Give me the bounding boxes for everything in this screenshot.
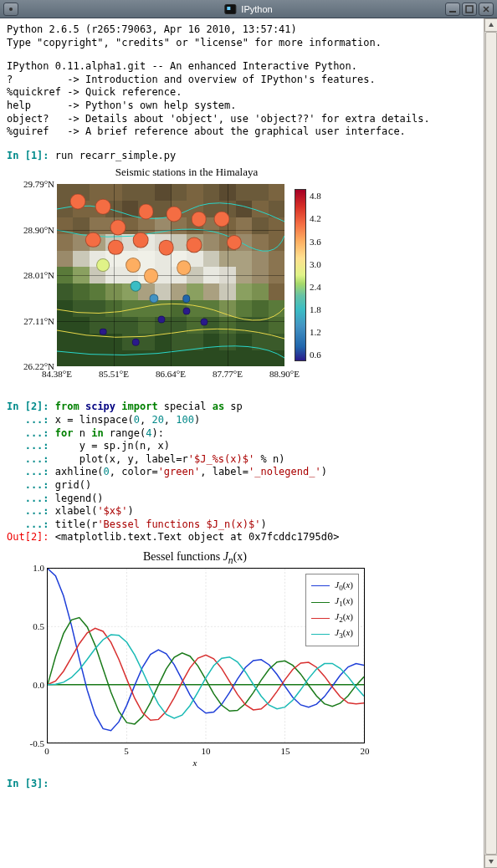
- station-marker: [157, 315, 165, 323]
- in-2-line-10: ...: title(r'Bessel functions $J_n(x)$'): [7, 518, 477, 532]
- bessel-plot: Bessel functions Jn(x) J0(x) J1(x) J2(x)…: [7, 549, 383, 767]
- station-marker: [131, 281, 141, 292]
- in-2-line-6: ...: axhline(0, color='green', label='_n…: [7, 466, 477, 479]
- plot2-xtick: 5: [124, 745, 129, 757]
- plot2-xtick: 0: [44, 745, 49, 757]
- plot1-ytick: 28.90°N: [23, 224, 54, 236]
- window-titlebar: IPython: [0, 0, 497, 18]
- in-2-line-3: ...: for n in range(4):: [7, 427, 477, 441]
- colorbar-tick: 4.8: [310, 190, 321, 202]
- window-menu-button[interactable]: [3, 3, 18, 16]
- plot1-xtick: 84.38°E: [42, 368, 72, 380]
- colorbar-tick: 3.6: [310, 235, 321, 247]
- station-marker: [138, 204, 154, 220]
- station-marker: [96, 259, 110, 273]
- svg-marker-16: [489, 860, 494, 864]
- in-2-line-1: In [2]: from scipy import special as sp: [7, 401, 477, 414]
- plot2-xtick: 20: [361, 745, 370, 757]
- ipython-help-4: object? -> Details about 'object', use '…: [7, 113, 477, 126]
- colorbar-tick: 0.6: [310, 349, 321, 360]
- plot2-axes: J0(x) J1(x) J2(x) J3(x): [47, 568, 365, 743]
- out-2: Out[2]: <matplotlib.text.Text object at …: [7, 531, 477, 544]
- seismic-plot: Seismic stations in the Himalaya 29.79°N…: [7, 166, 366, 383]
- plot1-xtick: 87.77°E: [213, 368, 243, 380]
- plot2-legend: J0(x) J1(x) J2(x) J3(x): [305, 574, 359, 646]
- station-marker: [200, 318, 208, 325]
- vertical-scrollbar[interactable]: [484, 18, 497, 868]
- ipython-help-3: help -> Python's own help system.: [7, 100, 477, 113]
- ipython-help-2: %quickref -> Quick reference.: [7, 86, 477, 100]
- scroll-up-button[interactable]: [484, 18, 497, 32]
- in-2-line-2: ...: x = linspace(0, 20, 100): [7, 414, 477, 427]
- minimize-button[interactable]: [445, 3, 460, 16]
- colorbar-tick: 3.0: [310, 258, 321, 270]
- plot1-ytick: 29.79°N: [23, 178, 54, 190]
- colorbar-tick: 1.8: [310, 304, 321, 315]
- colorbar-tick: 1.2: [310, 326, 321, 338]
- station-marker: [100, 329, 107, 336]
- scroll-down-button[interactable]: [484, 855, 497, 868]
- ipython-banner: IPython 0.11.alpha1.git -- An enhanced I…: [7, 60, 477, 74]
- plot1-axes: [57, 184, 284, 366]
- ipython-help-1: ? -> Introduction and overview of IPytho…: [7, 74, 477, 87]
- in-1: In [1]: run recarr_simple.py: [7, 150, 477, 163]
- plot2-xtick: 10: [202, 745, 211, 757]
- maximize-button[interactable]: [462, 3, 477, 16]
- station-marker: [133, 232, 149, 248]
- station-marker: [95, 199, 111, 215]
- station-marker: [132, 339, 140, 346]
- svg-rect-1: [449, 11, 456, 13]
- colorbar: [295, 189, 306, 361]
- station-marker: [126, 258, 141, 273]
- station-marker: [70, 194, 86, 210]
- plot1-title: Seismic stations in the Himalaya: [7, 166, 366, 180]
- plot1-ytick: 28.01°N: [23, 269, 54, 281]
- station-marker: [158, 240, 174, 256]
- in-2-line-7: ...: grid(): [7, 479, 477, 493]
- plot2-ytick: 0.5: [33, 620, 44, 632]
- terminal-icon: [224, 4, 236, 14]
- station-marker: [213, 212, 229, 227]
- plot1-xtick: 88.90°E: [269, 368, 300, 380]
- svg-rect-2: [466, 6, 473, 13]
- window-title: IPython: [241, 4, 272, 14]
- svg-marker-15: [489, 23, 494, 27]
- station-marker: [186, 237, 202, 253]
- plot2-xtick: 15: [281, 745, 290, 757]
- in-3: In [3]:: [7, 778, 477, 791]
- plot1-xtick: 85.51°E: [99, 368, 129, 380]
- in-2-line-4: ...: y = sp.jn(n, x): [7, 440, 477, 453]
- ipython-help-5: %guiref -> A brief reference about the g…: [7, 125, 477, 139]
- in-2-line-5: ...: plot(x, y, label=r'$J_%s(x)$' % n): [7, 453, 477, 467]
- close-button[interactable]: [479, 3, 494, 16]
- station-marker: [182, 308, 190, 315]
- plot1-ytick: 27.11°N: [23, 315, 54, 327]
- station-marker: [177, 261, 192, 276]
- plot2-ytick: 1.0: [33, 562, 44, 574]
- scrollbar-thumb[interactable]: [485, 32, 497, 855]
- python-copyright: Type "copyright", "credits" or "license"…: [7, 37, 477, 50]
- in-2-line-9: ...: xlabel('$x$'): [7, 505, 477, 518]
- python-version: Python 2.6.5 (r265:79063, Apr 16 2010, 1…: [7, 23, 477, 37]
- colorbar-tick: 4.2: [310, 212, 321, 224]
- plot2-ytick: -0.5: [30, 738, 44, 749]
- plot2-ytick: 0.0: [33, 679, 44, 691]
- plot2-title: Bessel functions Jn(x): [7, 549, 383, 567]
- plot2-xlabel: x: [7, 757, 383, 768]
- station-marker: [191, 212, 207, 227]
- scrollbar-track[interactable]: [484, 32, 497, 855]
- station-marker: [110, 219, 126, 235]
- in-2-line-8: ...: legend(): [7, 493, 477, 506]
- station-marker: [166, 207, 182, 222]
- station-marker: [144, 268, 159, 283]
- station-marker: [182, 294, 191, 303]
- terminal-content[interactable]: Python 2.6.5 (r265:79063, Apr 16 2010, 1…: [0, 18, 484, 868]
- colorbar-tick: 2.4: [310, 281, 321, 293]
- svg-point-0: [9, 8, 13, 11]
- plot1-xtick: 86.64°E: [156, 368, 186, 380]
